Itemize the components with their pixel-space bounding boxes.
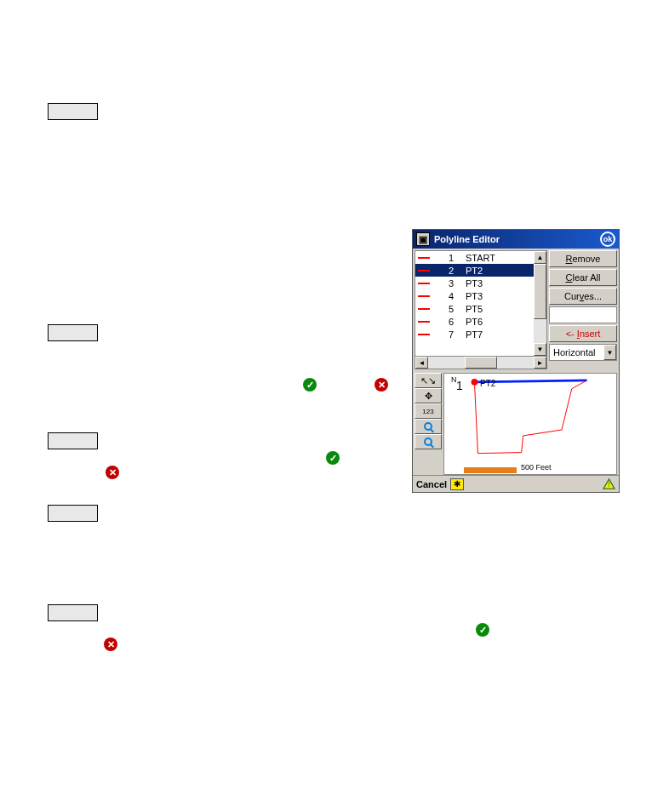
point-label: PT2 [480, 379, 495, 388]
clear-all-button[interactable]: Clear All [549, 269, 617, 286]
check-icon: ✓ [326, 451, 340, 465]
doc-box [48, 604, 98, 621]
ok-button[interactable]: ok [600, 232, 615, 247]
check-icon: ✓ [303, 378, 317, 392]
zoom-in-icon[interactable] [415, 419, 442, 434]
zoom-out-icon[interactable] [415, 434, 442, 449]
projection-dropdown[interactable]: Horizontal ▼ [549, 344, 617, 361]
list-item[interactable]: 1START [415, 251, 534, 264]
doc-box [48, 103, 98, 120]
scale-bar [464, 465, 517, 471]
scrollbar-vertical[interactable]: ▲ ▼ [534, 251, 546, 356]
scroll-down-icon[interactable]: ▼ [534, 343, 546, 356]
scale-label: 500 Feet [521, 463, 552, 472]
polyline-preview[interactable]: N 1 PT2 500 Feet [443, 373, 617, 475]
list-item[interactable]: 3PT3 [415, 277, 534, 289]
point-list[interactable]: 1START 2PT2 3PT3 4PT3 5PT5 6PT6 7PT7 ▲ ▼ [415, 250, 547, 357]
cross-icon: ✕ [106, 466, 119, 479]
polyline-svg [444, 374, 616, 474]
curves-button[interactable]: Curves... [549, 288, 617, 305]
scroll-right-icon[interactable]: ► [534, 357, 546, 369]
scroll-thumb[interactable] [534, 264, 546, 319]
insert-button[interactable]: <- Insert [549, 325, 617, 342]
scroll-track[interactable] [428, 357, 534, 369]
window-title: Polyline Editor [434, 234, 600, 244]
list-item[interactable]: 4PT3 [415, 289, 534, 302]
cross-icon: ✕ [375, 378, 388, 392]
cross-icon: ✕ [104, 638, 117, 651]
center-view-icon[interactable]: ✥ [415, 388, 442, 403]
app-icon: ▣ [416, 232, 430, 246]
polyline-editor-window: ▣ Polyline Editor ok 1START 2PT2 3PT3 4P… [412, 229, 620, 493]
chevron-down-icon[interactable]: ▼ [603, 345, 616, 360]
scrollbar-horizontal[interactable]: ◄ ► [415, 357, 547, 369]
list-item[interactable]: 2PT2 [415, 264, 534, 277]
fit-view-icon[interactable]: ↖↘ [415, 373, 442, 388]
remove-button[interactable]: Remove [549, 250, 617, 267]
doc-box [48, 432, 98, 449]
scroll-up-icon[interactable]: ▲ [534, 251, 546, 264]
list-item[interactable]: 7PT7 [415, 328, 534, 340]
dropdown-value: Horizontal [550, 347, 603, 357]
warning-icon[interactable]: ! [602, 478, 615, 490]
scroll-thumb[interactable] [465, 357, 496, 369]
svg-text:!: ! [608, 480, 609, 489]
dim-toggle-icon[interactable]: 123 [415, 403, 442, 419]
titlebar[interactable]: ▣ Polyline Editor ok [413, 230, 619, 249]
keyboard-icon[interactable]: ✱ [450, 478, 464, 490]
scroll-track[interactable] [534, 264, 546, 343]
svg-point-0 [472, 379, 478, 386]
status-bar: Cancel ✱ ! [413, 475, 619, 492]
list-item[interactable]: 6PT6 [415, 315, 534, 328]
cancel-button[interactable]: Cancel [416, 479, 447, 489]
doc-box [48, 505, 98, 522]
blank-field[interactable] [549, 306, 617, 323]
check-icon: ✓ [476, 623, 489, 637]
list-item[interactable]: 5PT5 [415, 302, 534, 315]
doc-box [48, 324, 98, 341]
scroll-left-icon[interactable]: ◄ [415, 357, 428, 369]
